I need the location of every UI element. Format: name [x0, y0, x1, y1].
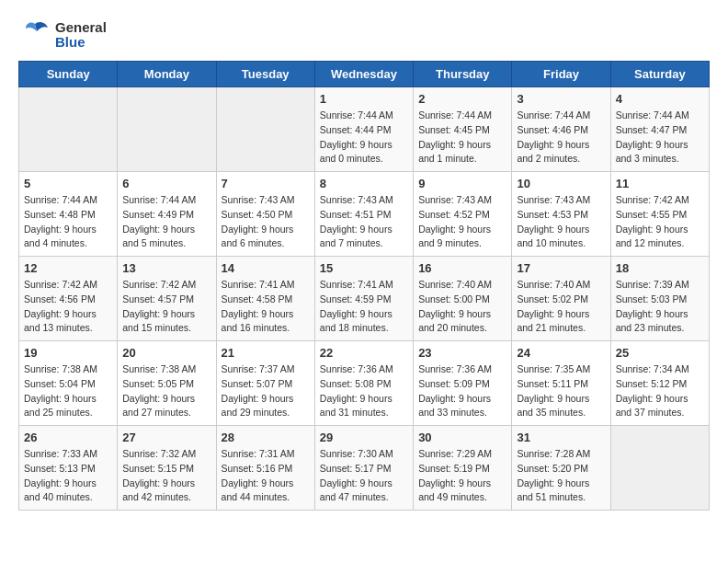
- day-number: 7: [222, 177, 310, 190]
- header-friday: Friday: [512, 62, 610, 87]
- day-number: 10: [517, 177, 605, 190]
- calendar-cell: 26Sunrise: 7:33 AM Sunset: 5:13 PM Dayli…: [19, 426, 118, 511]
- day-number: 2: [418, 92, 506, 106]
- day-info: Sunrise: 7:44 AM Sunset: 4:44 PM Dayligh…: [320, 109, 408, 167]
- day-info: Sunrise: 7:33 AM Sunset: 5:13 PM Dayligh…: [24, 447, 112, 505]
- calendar-cell: [610, 426, 709, 511]
- day-number: 16: [418, 261, 506, 275]
- day-number: 8: [320, 177, 408, 190]
- day-info: Sunrise: 7:38 AM Sunset: 5:04 PM Dayligh…: [24, 362, 112, 420]
- calendar-cell: 5Sunrise: 7:44 AM Sunset: 4:48 PM Daylig…: [19, 172, 118, 257]
- day-info: Sunrise: 7:30 AM Sunset: 5:17 PM Dayligh…: [320, 447, 408, 505]
- header-wednesday: Wednesday: [314, 62, 413, 87]
- calendar-cell: 17Sunrise: 7:40 AM Sunset: 5:02 PM Dayli…: [512, 257, 610, 341]
- calendar-cell: 2Sunrise: 7:44 AM Sunset: 4:45 PM Daylig…: [414, 87, 512, 172]
- day-number: 9: [418, 177, 506, 190]
- calendar-cell: 22Sunrise: 7:36 AM Sunset: 5:08 PM Dayli…: [314, 341, 413, 426]
- day-number: 3: [517, 92, 605, 106]
- day-info: Sunrise: 7:43 AM Sunset: 4:51 PM Dayligh…: [320, 193, 408, 251]
- day-number: 6: [122, 177, 210, 190]
- day-number: 12: [24, 261, 112, 275]
- day-number: 17: [517, 261, 605, 275]
- calendar-cell: 10Sunrise: 7:43 AM Sunset: 4:53 PM Dayli…: [512, 172, 610, 257]
- day-info: Sunrise: 7:43 AM Sunset: 4:52 PM Dayligh…: [418, 193, 506, 251]
- calendar-cell: 21Sunrise: 7:37 AM Sunset: 5:07 PM Dayli…: [216, 341, 314, 426]
- calendar-cell: 20Sunrise: 7:38 AM Sunset: 5:05 PM Dayli…: [118, 341, 216, 426]
- day-info: Sunrise: 7:43 AM Sunset: 4:50 PM Dayligh…: [222, 193, 310, 251]
- day-number: 24: [517, 346, 605, 360]
- calendar-table: SundayMondayTuesdayWednesdayThursdayFrid…: [18, 61, 710, 511]
- calendar-cell: 18Sunrise: 7:39 AM Sunset: 5:03 PM Dayli…: [610, 257, 709, 341]
- calendar-cell: [19, 87, 118, 172]
- calendar-cell: 1Sunrise: 7:44 AM Sunset: 4:44 PM Daylig…: [314, 87, 413, 172]
- logo-general: General: [55, 20, 107, 36]
- header-monday: Monday: [118, 62, 216, 87]
- day-number: 23: [418, 346, 506, 360]
- day-info: Sunrise: 7:40 AM Sunset: 5:00 PM Dayligh…: [418, 278, 506, 336]
- day-info: Sunrise: 7:44 AM Sunset: 4:48 PM Dayligh…: [24, 193, 112, 251]
- day-number: 25: [616, 346, 704, 360]
- calendar-cell: 30Sunrise: 7:29 AM Sunset: 5:19 PM Dayli…: [414, 426, 512, 511]
- header-thursday: Thursday: [414, 62, 512, 87]
- day-info: Sunrise: 7:41 AM Sunset: 4:58 PM Dayligh…: [222, 278, 310, 336]
- day-info: Sunrise: 7:36 AM Sunset: 5:09 PM Dayligh…: [418, 362, 506, 420]
- calendar-cell: 28Sunrise: 7:31 AM Sunset: 5:16 PM Dayli…: [216, 426, 314, 511]
- calendar-cell: 4Sunrise: 7:44 AM Sunset: 4:47 PM Daylig…: [610, 87, 709, 172]
- day-number: 14: [222, 261, 310, 275]
- day-info: Sunrise: 7:44 AM Sunset: 4:46 PM Dayligh…: [517, 109, 605, 167]
- calendar-week-4: 19Sunrise: 7:38 AM Sunset: 5:04 PM Dayli…: [19, 341, 710, 426]
- day-number: 28: [222, 431, 310, 444]
- calendar-cell: 12Sunrise: 7:42 AM Sunset: 4:56 PM Dayli…: [19, 257, 118, 341]
- calendar-cell: [216, 87, 314, 172]
- day-info: Sunrise: 7:35 AM Sunset: 5:11 PM Dayligh…: [517, 362, 605, 420]
- calendar-cell: 24Sunrise: 7:35 AM Sunset: 5:11 PM Dayli…: [512, 341, 610, 426]
- calendar-cell: 19Sunrise: 7:38 AM Sunset: 5:04 PM Dayli…: [19, 341, 118, 426]
- logo-blue: Blue: [55, 35, 107, 51]
- logo-block: General Blue: [18, 18, 107, 52]
- header-tuesday: Tuesday: [216, 62, 314, 87]
- calendar-cell: 7Sunrise: 7:43 AM Sunset: 4:50 PM Daylig…: [216, 172, 314, 257]
- day-info: Sunrise: 7:42 AM Sunset: 4:56 PM Dayligh…: [24, 278, 112, 336]
- day-info: Sunrise: 7:44 AM Sunset: 4:45 PM Dayligh…: [418, 109, 506, 167]
- day-number: 18: [616, 261, 704, 275]
- calendar-cell: [118, 87, 216, 172]
- day-info: Sunrise: 7:39 AM Sunset: 5:03 PM Dayligh…: [616, 278, 704, 336]
- calendar-cell: 15Sunrise: 7:41 AM Sunset: 4:59 PM Dayli…: [314, 257, 413, 341]
- calendar-cell: 6Sunrise: 7:44 AM Sunset: 4:49 PM Daylig…: [118, 172, 216, 257]
- calendar-cell: 23Sunrise: 7:36 AM Sunset: 5:09 PM Dayli…: [414, 341, 512, 426]
- day-number: 11: [616, 177, 704, 190]
- calendar-week-3: 12Sunrise: 7:42 AM Sunset: 4:56 PM Dayli…: [19, 257, 710, 341]
- calendar-cell: 25Sunrise: 7:34 AM Sunset: 5:12 PM Dayli…: [610, 341, 709, 426]
- day-info: Sunrise: 7:40 AM Sunset: 5:02 PM Dayligh…: [517, 278, 605, 336]
- day-number: 5: [24, 177, 112, 190]
- day-info: Sunrise: 7:36 AM Sunset: 5:08 PM Dayligh…: [320, 362, 408, 420]
- day-info: Sunrise: 7:44 AM Sunset: 4:47 PM Dayligh…: [616, 109, 704, 167]
- logo: General Blue: [18, 18, 107, 52]
- day-info: Sunrise: 7:32 AM Sunset: 5:15 PM Dayligh…: [122, 447, 210, 505]
- day-info: Sunrise: 7:41 AM Sunset: 4:59 PM Dayligh…: [320, 278, 408, 336]
- day-info: Sunrise: 7:34 AM Sunset: 5:12 PM Dayligh…: [616, 362, 704, 420]
- header-sunday: Sunday: [19, 62, 118, 87]
- calendar-cell: 13Sunrise: 7:42 AM Sunset: 4:57 PM Dayli…: [118, 257, 216, 341]
- day-info: Sunrise: 7:43 AM Sunset: 4:53 PM Dayligh…: [517, 193, 605, 251]
- calendar-week-2: 5Sunrise: 7:44 AM Sunset: 4:48 PM Daylig…: [19, 172, 710, 257]
- logo-text: General Blue: [55, 20, 107, 51]
- day-number: 15: [320, 261, 408, 275]
- day-number: 26: [24, 431, 112, 444]
- calendar-week-1: 1Sunrise: 7:44 AM Sunset: 4:44 PM Daylig…: [19, 87, 710, 172]
- calendar-cell: 11Sunrise: 7:42 AM Sunset: 4:55 PM Dayli…: [610, 172, 709, 257]
- day-number: 21: [222, 346, 310, 360]
- calendar-header-row: SundayMondayTuesdayWednesdayThursdayFrid…: [19, 62, 710, 87]
- day-info: Sunrise: 7:42 AM Sunset: 4:55 PM Dayligh…: [616, 193, 704, 251]
- day-number: 31: [517, 431, 605, 444]
- day-number: 22: [320, 346, 408, 360]
- calendar-cell: 16Sunrise: 7:40 AM Sunset: 5:00 PM Dayli…: [414, 257, 512, 341]
- day-info: Sunrise: 7:28 AM Sunset: 5:20 PM Dayligh…: [517, 447, 605, 505]
- day-number: 4: [616, 92, 704, 106]
- day-number: 19: [24, 346, 112, 360]
- day-number: 13: [122, 261, 210, 275]
- day-info: Sunrise: 7:31 AM Sunset: 5:16 PM Dayligh…: [222, 447, 310, 505]
- day-info: Sunrise: 7:29 AM Sunset: 5:19 PM Dayligh…: [418, 447, 506, 505]
- day-info: Sunrise: 7:42 AM Sunset: 4:57 PM Dayligh…: [122, 278, 210, 336]
- calendar-cell: 14Sunrise: 7:41 AM Sunset: 4:58 PM Dayli…: [216, 257, 314, 341]
